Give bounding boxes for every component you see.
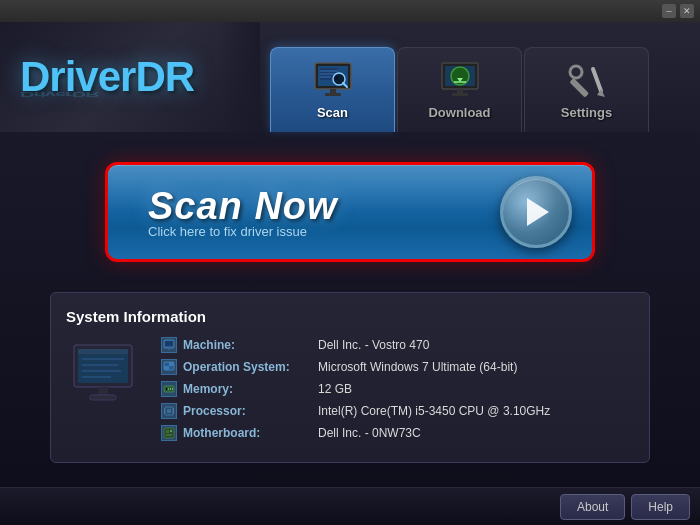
computer-illustration [66,337,146,417]
logo-reflection: DriverDR [20,90,99,99]
os-value: Microsoft Windows 7 Ultimate (64-bit) [318,360,517,374]
system-info-panel: System Information [50,292,650,463]
motherboard-icon [161,425,177,441]
content-area: Scan Now Click here to fix driver issue … [0,132,700,493]
svg-rect-29 [90,395,116,400]
machine-icon [161,337,177,353]
svg-line-19 [593,69,601,91]
download-tab-icon [437,60,482,100]
machine-row: Machine: Dell Inc. - Vostro 470 [161,337,634,353]
svg-rect-38 [168,388,169,390]
svg-rect-28 [98,387,108,395]
memory-icon [161,381,177,397]
svg-rect-34 [164,366,169,370]
scan-now-title: Scan Now [148,185,338,228]
processor-label: Processor: [183,404,318,418]
svg-rect-39 [170,388,171,390]
os-label: Operation System: [183,360,318,374]
settings-tab-icon [564,60,609,100]
bottom-bar: About Help [0,487,700,525]
os-icon [161,359,177,375]
main-container: DriverDR DriverDR [0,22,700,525]
system-info-body: Machine: Dell Inc. - Vostro 470 Operatio… [66,337,634,447]
svg-point-18 [570,66,582,78]
memory-row: Memory: 12 GB [161,381,634,397]
svg-marker-20 [597,89,605,97]
svg-rect-51 [170,430,172,432]
svg-rect-31 [165,341,173,346]
scan-now-button[interactable]: Scan Now Click here to fix driver issue [105,162,595,262]
svg-rect-37 [166,388,167,390]
tab-download[interactable]: Download [397,47,522,132]
tab-settings[interactable]: Settings [524,47,649,132]
svg-rect-8 [330,89,336,93]
svg-rect-42 [167,409,171,413]
play-triangle-icon [527,198,549,226]
help-button[interactable]: Help [631,494,690,520]
svg-rect-35 [169,362,174,366]
system-info-table: Machine: Dell Inc. - Vostro 470 Operatio… [161,337,634,447]
svg-rect-40 [172,388,173,390]
processor-value: Intel(R) Core(TM) i5-3450 CPU @ 3.10GHz [318,404,550,418]
system-info-title: System Information [66,308,634,325]
processor-icon [161,403,177,419]
nav-tabs: Scan [270,22,649,132]
title-bar: – ✕ [0,0,700,22]
scan-tab-label: Scan [317,105,348,120]
os-row: Operation System: Microsoft Windows 7 Ul… [161,359,634,375]
minimize-button[interactable]: – [662,4,676,18]
motherboard-label: Motherboard: [183,426,318,440]
tab-scan[interactable]: Scan [270,47,395,132]
svg-rect-15 [457,89,463,93]
svg-rect-32 [168,348,170,350]
scan-play-button[interactable] [500,176,572,248]
memory-value: 12 GB [318,382,352,396]
scan-now-subtitle: Click here to fix driver issue [148,224,338,239]
svg-rect-50 [166,430,169,433]
svg-rect-16 [452,93,468,96]
svg-rect-23 [78,349,128,354]
download-tab-label: Download [428,105,490,120]
svg-rect-22 [78,349,128,383]
close-button[interactable]: ✕ [680,4,694,18]
logo-area: DriverDR DriverDR [0,22,260,132]
about-label: About [577,500,608,514]
motherboard-value: Dell Inc. - 0NW73C [318,426,421,440]
scan-tab-icon [310,60,355,100]
memory-label: Memory: [183,382,318,396]
machine-label: Machine: [183,338,318,352]
help-label: Help [648,500,673,514]
about-button[interactable]: About [560,494,625,520]
settings-tab-label: Settings [561,105,612,120]
machine-value: Dell Inc. - Vostro 470 [318,338,429,352]
header: DriverDR DriverDR [0,22,700,132]
motherboard-row: Motherboard: Dell Inc. - 0NW73C [161,425,634,441]
svg-rect-52 [166,434,172,436]
svg-rect-17 [569,78,589,98]
processor-row: Processor: Intel(R) Core(TM) i5-3450 CPU… [161,403,634,419]
svg-rect-9 [325,93,341,96]
scan-text-area: Scan Now Click here to fix driver issue [148,185,338,239]
